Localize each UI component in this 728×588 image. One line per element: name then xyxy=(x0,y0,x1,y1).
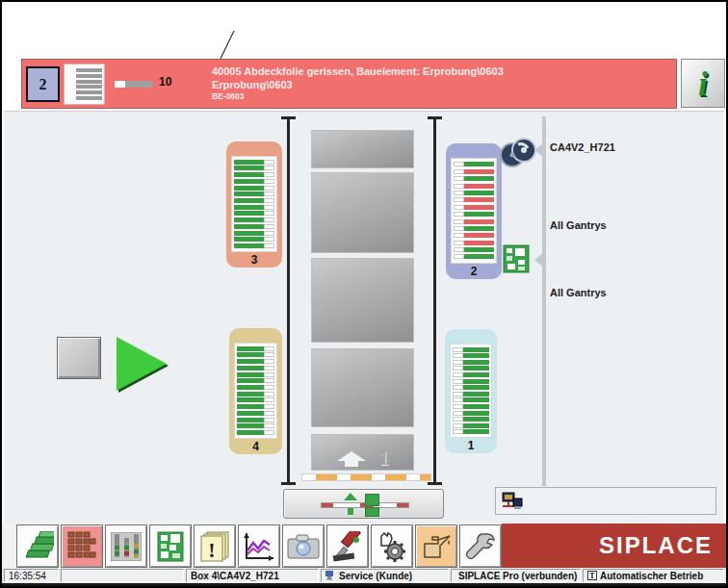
operating-mode: T Automatischer Betrieb xyxy=(583,569,724,582)
svg-text:!: ! xyxy=(208,538,215,562)
feeder-slot-bar xyxy=(234,192,274,196)
feeder-slot-bar xyxy=(237,385,274,390)
camera-button[interactable] xyxy=(282,524,325,568)
user-status: Service (Kunde) xyxy=(321,569,449,582)
feeder-slot-bar xyxy=(453,360,489,365)
feeder-slot-bar xyxy=(234,211,274,216)
lane-number: 1 xyxy=(379,449,389,467)
transport-direction-arrow-icon xyxy=(337,451,366,467)
feeder-slot-bar xyxy=(454,241,494,245)
info-button[interactable]: i xyxy=(681,59,725,108)
pcb-board-incoming: 1 xyxy=(311,434,414,471)
info-icon: i xyxy=(698,64,708,104)
feeder-slot-bar xyxy=(234,205,274,210)
station-number: 2 xyxy=(39,76,47,93)
pcb-product-icon xyxy=(503,244,530,273)
feeder-slot-bar xyxy=(453,404,489,409)
feeder-slot-bar xyxy=(237,418,274,422)
feeder-slot-bar xyxy=(234,231,274,236)
feeder-bank-3[interactable]: 3 xyxy=(226,141,282,268)
feeder-slot-bar xyxy=(453,392,489,396)
wrench-icon xyxy=(464,530,497,563)
feeder-slot-bar xyxy=(234,198,274,203)
feeder-bank-1[interactable]: 1 xyxy=(445,329,497,453)
feeder-bank-4[interactable]: 4 xyxy=(229,328,282,454)
error-log-button[interactable]: ! xyxy=(194,524,236,568)
feeder-slot-bar xyxy=(237,430,274,435)
feeder-slot-bar xyxy=(237,392,274,396)
feeder-slot-bar xyxy=(453,429,489,434)
conveyor-rail-right xyxy=(433,116,436,485)
service-button[interactable] xyxy=(459,524,502,568)
manual-operation-button[interactable] xyxy=(371,524,413,568)
feeder-slot-bar xyxy=(453,372,489,377)
start-button[interactable] xyxy=(117,337,167,391)
feeder-slot-bar xyxy=(454,254,494,259)
adjust-tools-button[interactable] xyxy=(326,524,369,568)
clock: 16:35:54 xyxy=(4,569,59,582)
feeder-slot-bar xyxy=(234,166,274,170)
transport-control-button[interactable] xyxy=(283,489,444,519)
component-stock-button[interactable] xyxy=(105,524,147,568)
feeder-slot-bar xyxy=(234,179,274,184)
brand-logo: SIPLACE xyxy=(599,532,713,559)
error-message: 40005 Abdeckfolie gerissen, Bauelement: … xyxy=(212,64,504,102)
pcb-stack-icon xyxy=(21,531,54,562)
feeder-slot-bar xyxy=(454,184,494,189)
feeder-slot-bar xyxy=(234,217,274,222)
pcb-layout-button[interactable] xyxy=(149,524,192,568)
error-line-3: BE-0603 xyxy=(212,91,504,102)
pcb-board xyxy=(311,130,414,168)
gantry-label-1: All Gantrys xyxy=(550,219,607,231)
brand-banner: SIPLACE xyxy=(502,524,726,568)
maintenance-button[interactable] xyxy=(415,524,457,568)
pcb-board xyxy=(311,258,414,343)
feeder-slot-bar xyxy=(234,224,274,229)
feeder-slot-bar xyxy=(234,172,274,177)
error-alert-bar[interactable]: 2 10 40005 Abdeckfolie gerissen, Bauelem… xyxy=(21,59,677,109)
error-progress-bar xyxy=(115,81,153,88)
feeder-slot-bar xyxy=(237,372,274,377)
transport-pcb-icon xyxy=(365,494,379,506)
feeder-table-button[interactable] xyxy=(61,524,103,568)
machine-name: Box 4\CA4V2_H721 xyxy=(186,569,319,582)
feeder-slot-bar xyxy=(454,219,494,224)
feeder-slot-bar xyxy=(237,352,274,357)
feeder-slot-bar xyxy=(453,347,489,352)
feeder-slot-bar xyxy=(237,423,274,428)
feeder-slot-bar xyxy=(453,385,489,390)
feeder-slot-bar xyxy=(454,247,494,252)
machine-overview-panel: 1 3 2 4 1 xyxy=(4,111,724,524)
stop-button[interactable] xyxy=(57,337,101,379)
feeder-slot-bar xyxy=(453,423,489,428)
feeder-slot-bar xyxy=(237,404,274,409)
alert-callout-line xyxy=(2,2,728,60)
feeder-slot-bar xyxy=(454,233,494,238)
bank-label: 2 xyxy=(446,265,502,278)
station-number-button[interactable]: 2 xyxy=(26,66,60,102)
selection-guide-bar xyxy=(542,116,546,486)
pcb-icon xyxy=(157,531,184,562)
feeder-slot-bar xyxy=(234,160,274,165)
statistics-button[interactable] xyxy=(238,524,280,568)
boards-stack-button[interactable] xyxy=(16,524,59,568)
feeder-bank-2[interactable]: 2 xyxy=(446,143,502,279)
bank-label: 4 xyxy=(229,440,282,453)
error-line-2: Erprobung\0603 xyxy=(212,78,504,91)
warning-files-icon: ! xyxy=(199,531,230,562)
feeder-slot-bar xyxy=(454,212,494,217)
feeder-slot-bar xyxy=(237,397,274,402)
feeder-slot-bar xyxy=(453,417,489,422)
feeder-slot-bar xyxy=(234,186,274,191)
error-count: 10 xyxy=(159,75,171,89)
station-status-box[interactable] xyxy=(495,487,716,515)
hand-gear-icon xyxy=(376,530,408,563)
pcb-board xyxy=(311,172,414,253)
mode-icon: T xyxy=(587,571,597,580)
reel-label: CA4V2_H721 xyxy=(550,141,615,153)
feeder-slot-bar xyxy=(454,176,494,181)
oil-can-icon xyxy=(419,532,454,561)
feeder-slot-bar xyxy=(237,378,274,383)
siplace-main-window: 2 10 40005 Abdeckfolie gerissen, Bauelem… xyxy=(0,0,728,588)
gantry-label-2: All Gantrys xyxy=(550,287,607,298)
